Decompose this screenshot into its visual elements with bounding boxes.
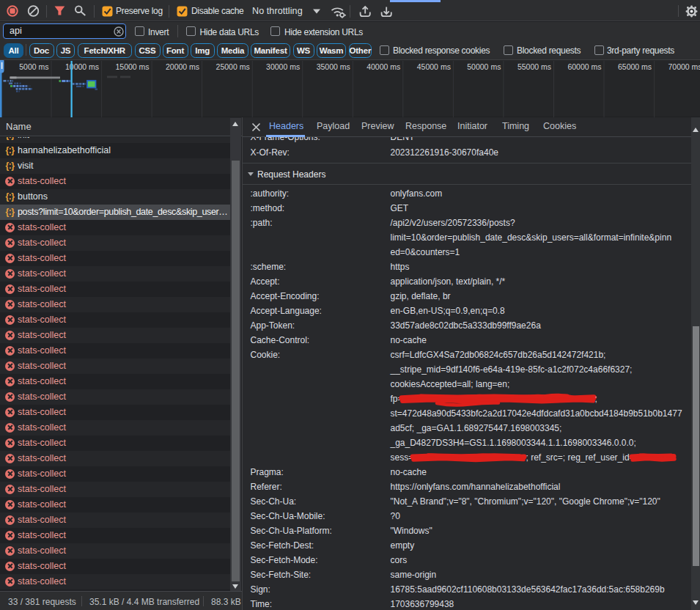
svg-text:65000 ms: 65000 ms (618, 62, 652, 71)
svg-text:50000 ms: 50000 ms (467, 62, 501, 71)
svg-text:60000 ms: 60000 ms (567, 62, 601, 71)
svg-text:25000 ms: 25000 ms (216, 62, 250, 71)
svg-text:30000 ms: 30000 ms (266, 62, 300, 71)
svg-text:15000 ms: 15000 ms (115, 62, 149, 71)
svg-text:40000 ms: 40000 ms (366, 62, 400, 71)
svg-text:20000 ms: 20000 ms (166, 62, 199, 71)
svg-text:5000 ms: 5000 ms (19, 62, 48, 71)
svg-text:45000 ms: 45000 ms (417, 62, 451, 71)
svg-text:10000 ms: 10000 ms (65, 62, 99, 71)
svg-text:35000 ms: 35000 ms (317, 62, 350, 71)
svg-text:70000 ms: 70000 ms (668, 62, 700, 71)
svg-text:55000 ms: 55000 ms (517, 62, 551, 71)
